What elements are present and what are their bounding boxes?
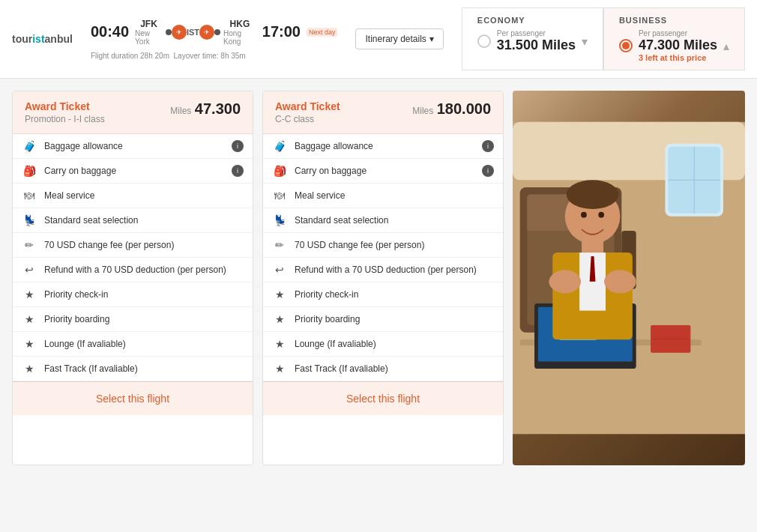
feature-icon: ★ <box>272 288 287 300</box>
info-icon[interactable]: i <box>232 140 244 152</box>
feature-icon: 🎒 <box>22 165 37 177</box>
select-flight-btn-2[interactable]: Select this flight <box>263 381 503 415</box>
feature-icon: ★ <box>272 338 287 350</box>
logo-text: tour <box>12 33 32 46</box>
feature-icon: 💺 <box>22 214 37 226</box>
economy-miles: 31.500 Miles <box>497 37 576 53</box>
feature-text: Refund with a 70 USD deduction (per pers… <box>44 265 244 275</box>
feature-icon: 🍽 <box>22 190 37 202</box>
feature-text: Carry on baggage <box>295 166 474 176</box>
feature-row: ✏70 USD change fee (per person) <box>13 233 253 258</box>
feature-text: Priority check-in <box>44 289 244 300</box>
economy-chevron-icon[interactable]: ▾ <box>582 34 588 49</box>
header: touristanbul 00:40 JFK New York ✈ IST ✈ <box>0 0 757 79</box>
feature-row: 🎒Carry on baggagei <box>13 159 253 184</box>
business-promo: 3 left at this price <box>639 53 717 62</box>
feature-icon: 🍽 <box>272 190 287 202</box>
feature-text: Fast Track (If avaliable) <box>295 363 494 374</box>
feature-icon: 💺 <box>272 214 287 226</box>
feature-icon: ★ <box>22 288 37 300</box>
feature-row: ★Lounge (If avaliable) <box>13 332 253 357</box>
miles-value-1: 47.300 <box>195 100 241 117</box>
feature-row: 🧳Baggage allowancei <box>13 134 253 159</box>
feature-icon: ★ <box>272 363 287 375</box>
origin-city: New York <box>135 29 163 46</box>
dest-city: Hong Kong <box>223 29 256 46</box>
feature-text: Priority boarding <box>44 314 244 324</box>
feature-text: 70 USD change fee (per person) <box>44 240 244 250</box>
info-icon[interactable]: i <box>482 165 494 177</box>
cabin-image-panel <box>513 91 745 465</box>
business-chevron-icon[interactable]: ▴ <box>723 39 729 53</box>
svg-rect-21 <box>582 240 603 254</box>
select-flight-btn-1[interactable]: Select this flight <box>13 381 253 415</box>
feature-text: Meal service <box>44 190 244 201</box>
stop-icon-1: ✈ <box>172 25 187 40</box>
next-day-badge: Next day <box>307 28 338 37</box>
feature-text: 70 USD change fee (per person) <box>295 240 494 250</box>
feature-icon: ↩ <box>22 264 37 276</box>
feature-row: ↩Refund with a 70 USD deduction (per per… <box>13 258 253 282</box>
feature-text: Lounge (If avaliable) <box>295 339 494 349</box>
features-list-2: 🧳Baggage allowancei🎒Carry on baggagei🍽Me… <box>263 134 503 381</box>
feature-row: ★Priority check-in <box>263 282 503 307</box>
feature-icon: ↩ <box>272 264 287 276</box>
feature-icon: ★ <box>22 313 37 325</box>
business-radio[interactable] <box>619 39 633 52</box>
feature-text: Baggage allowance <box>44 141 224 151</box>
svg-point-25 <box>581 212 587 218</box>
feature-row: 🎒Carry on baggagei <box>263 159 503 184</box>
ticket-title-2: Award Ticket <box>275 100 340 112</box>
feature-row: 🍽Meal service <box>13 184 253 208</box>
flight-duration: Flight duration 28h 20m Layover time: 8h… <box>91 52 338 60</box>
ticket-header-2: Award Ticket C-C class Miles 180.000 <box>263 91 503 134</box>
feature-text: Standard seat selection <box>295 215 494 226</box>
business-fare-box[interactable]: BUSINESS Per passenger 47.300 Miles 3 le… <box>603 7 745 70</box>
logo-ist: ist <box>32 33 44 46</box>
ticket-card-1: Award Ticket Promotion - I-I class Miles… <box>12 91 253 465</box>
business-miles: 47.300 Miles <box>639 37 717 53</box>
miles-label-1: Miles <box>170 106 191 116</box>
itinerary-button[interactable]: Itinerary details ▾ <box>355 28 443 49</box>
feature-text: Refund with a 70 USD deduction (per pers… <box>295 265 494 275</box>
ticket-title-1: Award Ticket <box>25 100 105 112</box>
svg-point-28 <box>604 270 636 293</box>
economy-label: ECONOMY <box>477 16 588 25</box>
economy-fare-box[interactable]: ECONOMY Per passenger 31.500 Miles ▾ <box>462 7 603 70</box>
feature-text: Fast Track (If avaliable) <box>44 363 244 374</box>
feature-text: Baggage allowance <box>295 141 474 151</box>
feature-row: ↩Refund with a 70 USD deduction (per per… <box>263 258 503 282</box>
economy-radio[interactable] <box>477 34 491 48</box>
miles-value-2: 180.000 <box>437 100 491 117</box>
origin-code: JFK <box>140 19 157 29</box>
ticket-header-1: Award Ticket Promotion - I-I class Miles… <box>13 91 253 134</box>
feature-icon: ✏ <box>22 239 37 251</box>
feature-row: 🧳Baggage allowancei <box>263 134 503 159</box>
ticket-class-2: C-C class <box>275 114 340 124</box>
feature-text: Standard seat selection <box>44 215 244 226</box>
feature-row: ✏70 USD change fee (per person) <box>263 233 503 258</box>
feature-icon: 🎒 <box>272 165 287 177</box>
feature-row: ★Priority boarding <box>13 307 253 332</box>
stop-icon-2: ✈ <box>199 25 214 40</box>
feature-icon: 🧳 <box>22 140 37 152</box>
info-icon[interactable]: i <box>232 165 244 177</box>
radio-selected-indicator <box>622 42 630 49</box>
svg-point-27 <box>549 270 581 293</box>
business-per-pax: Per passenger <box>639 29 717 37</box>
cabin-illustration <box>513 91 745 465</box>
feature-icon: ★ <box>22 363 37 375</box>
feature-row: ★Fast Track (If avaliable) <box>263 357 503 381</box>
route-end-dot <box>214 29 220 35</box>
feature-icon: ★ <box>272 313 287 325</box>
feature-row: 🍽Meal service <box>263 184 503 208</box>
logo: touristanbul <box>12 33 73 46</box>
features-list-1: 🧳Baggage allowancei🎒Carry on baggagei🍽Me… <box>13 134 253 381</box>
svg-point-26 <box>598 212 604 218</box>
feature-row: ★Lounge (If avaliable) <box>263 332 503 357</box>
miles-label-2: Miles <box>412 106 433 116</box>
feature-icon: ★ <box>22 338 37 350</box>
feature-text: Priority boarding <box>295 314 494 324</box>
feature-row: ★Fast Track (If avaliable) <box>13 357 253 381</box>
info-icon[interactable]: i <box>482 140 494 152</box>
